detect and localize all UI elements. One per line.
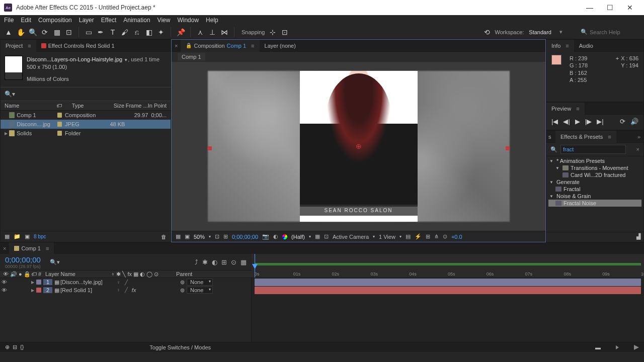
timeline-layer-row[interactable]: 👁▶2▦[Red Solid 1]♀ ╱ fx⊚None	[0, 286, 251, 294]
comp-breadcrumb[interactable]: Comp 1	[178, 53, 205, 61]
menu-effect[interactable]: Effect	[101, 17, 116, 24]
axis2-icon[interactable]: ⊥	[208, 28, 217, 37]
eraser-tool-icon[interactable]: ◧	[144, 28, 153, 37]
mute-button[interactable]: 🔊	[630, 118, 638, 125]
tab-effect-controls[interactable]: Effect Controls Red Solid 1	[36, 40, 120, 52]
loop-button[interactable]: ⟳	[620, 118, 625, 125]
col-in[interactable]: In Point	[148, 103, 167, 109]
layer-bar-2[interactable]	[255, 287, 641, 294]
reset-exp-icon[interactable]: ⊙	[443, 233, 447, 240]
bpc-button[interactable]: 8 bpc	[34, 234, 46, 239]
pen-tool-icon[interactable]: ✒	[96, 28, 105, 37]
frame-blend-icon[interactable]: ✱	[202, 258, 208, 266]
tab-timeline-comp[interactable]: Comp 1≡	[9, 242, 54, 254]
clone-tool-icon[interactable]: ⎌	[132, 28, 141, 37]
brackets-icon[interactable]: {}	[20, 344, 24, 350]
maximize-button[interactable]: ☐	[600, 0, 620, 15]
snapshot-icon[interactable]: 📷	[262, 233, 269, 240]
menu-animation[interactable]: Animation	[123, 17, 150, 24]
layer-bar-1[interactable]	[255, 279, 641, 286]
comp-timecode[interactable]: 0;00;00;00	[232, 234, 258, 240]
snapping-toggle-icon[interactable]: ⊹	[268, 28, 277, 37]
col-name[interactable]: Name	[5, 103, 56, 109]
menu-window[interactable]: Window	[177, 17, 199, 24]
resolution-icon[interactable]: ⊡	[215, 233, 219, 240]
zoom-out-icon[interactable]: ▬	[595, 344, 601, 350]
workspace-chevron-icon[interactable]: ▾	[559, 29, 562, 35]
toggle-switches-button[interactable]: Toggle Switches / Modes	[149, 344, 211, 350]
effects-tree-item[interactable]: ▼Noise & Grain	[548, 193, 641, 200]
next-frame-button[interactable]: |▶	[585, 118, 592, 125]
rectangle-tool-icon[interactable]: ▭	[84, 28, 93, 37]
view-dropdown[interactable]: 1 View	[379, 234, 395, 240]
effects-tree-item[interactable]: Fractal	[548, 186, 641, 193]
trash-icon[interactable]: 🗑	[161, 234, 167, 240]
play-button[interactable]: ▶	[575, 118, 580, 125]
effects-tree-item[interactable]: ▼Transitions - Movement	[548, 164, 641, 171]
timeline-tracks[interactable]	[252, 278, 644, 342]
clear-search-icon[interactable]: ×	[636, 146, 639, 152]
col-size[interactable]: Size	[101, 103, 124, 109]
mask-icon[interactable]: ▣	[185, 233, 190, 240]
project-row[interactable]: Disconn....jpgJPEG48 KB	[1, 120, 171, 129]
tab-effects-presets[interactable]: Effects & Presets≡	[555, 131, 616, 143]
fast-preview-icon[interactable]: ⚡	[415, 233, 422, 240]
interpret-icon[interactable]: ▦	[5, 233, 10, 240]
tab-info[interactable]: Info≡	[546, 40, 574, 52]
last-frame-button[interactable]: ▶|	[597, 118, 603, 125]
effects-tree-item[interactable]: ▼Generate	[548, 178, 641, 186]
timeline-timecode[interactable]: 0;00;00;00	[5, 255, 41, 264]
tab-project[interactable]: Project≡	[1, 40, 36, 52]
transparency-icon[interactable]: ▦	[315, 233, 320, 240]
layer-handle-left[interactable]	[208, 146, 212, 150]
first-frame-button[interactable]: |◀	[551, 118, 558, 125]
menu-help[interactable]: Help	[206, 17, 218, 24]
minimize-button[interactable]: —	[580, 0, 600, 15]
toggle-icon[interactable]: ⊟	[13, 344, 17, 350]
brainstorm-icon[interactable]: ⊙	[231, 258, 236, 266]
hand-tool-icon[interactable]: ✋	[16, 28, 25, 37]
menu-file[interactable]: File	[4, 17, 14, 24]
close-timeline-icon[interactable]: ×	[0, 245, 9, 251]
zoom-slider-start[interactable]	[616, 345, 619, 349]
grid-icon[interactable]: ▦	[176, 233, 181, 240]
effects-tree-item[interactable]: Card Wi...2D fractured	[548, 171, 641, 178]
new-bin-icon[interactable]: ▟	[636, 233, 640, 241]
menu-view[interactable]: View	[157, 17, 171, 24]
region-icon[interactable]: ⊞	[223, 233, 228, 240]
work-area-bar[interactable]	[255, 263, 641, 265]
zoom-tool-icon[interactable]: 🔍	[28, 28, 37, 37]
anchor-point-icon[interactable]: ⊕	[355, 142, 363, 150]
prev-frame-button[interactable]: ◀|	[563, 118, 570, 125]
layer-handle-right[interactable]	[506, 146, 510, 150]
tab-layer[interactable]: Layer (none)	[260, 40, 301, 52]
graph-editor-icon[interactable]: ⊞	[221, 258, 227, 266]
effects-tree-item[interactable]: Fractal Noise	[548, 200, 641, 207]
workspace-dropdown[interactable]: Standard	[529, 29, 551, 35]
rotation-tool-icon[interactable]: ⟳	[40, 28, 49, 37]
camera-dropdown[interactable]: Active Camera	[333, 234, 369, 240]
selection-tool-icon[interactable]: ▲	[4, 28, 13, 37]
axis-icon[interactable]: ⋏	[196, 28, 205, 37]
menu-edit[interactable]: Edit	[21, 17, 31, 24]
camera-tool-icon[interactable]: ▦	[52, 28, 61, 37]
sync-icon[interactable]: ⟲	[482, 28, 492, 37]
tab-composition[interactable]: 🔒 Composition Comp 1 ≡	[181, 40, 259, 52]
close-button[interactable]: ✕	[620, 0, 640, 15]
render-icon[interactable]: ▦	[240, 258, 247, 266]
color-wheel-icon[interactable]	[282, 234, 287, 239]
menu-composition[interactable]: Composition	[38, 17, 72, 24]
project-search[interactable]: 🔍▾	[1, 87, 171, 101]
timeline-layer-row[interactable]: 👁▶1▦[Discon...tyle.jpg]♀ ╱ ⊚None	[0, 278, 251, 286]
comp-icon[interactable]: ▣	[25, 233, 30, 240]
brush-tool-icon[interactable]: 🖌	[120, 28, 129, 37]
pan-behind-tool-icon[interactable]: ⊡	[64, 28, 73, 37]
lock-icon[interactable]: 🔒	[186, 43, 192, 48]
zoom-dropdown[interactable]: 50%	[194, 234, 205, 240]
col-frame[interactable]: Frame ...	[124, 103, 148, 109]
panel-menu-icon[interactable]: »	[634, 134, 643, 140]
project-row[interactable]: ▶SolidsFolder	[1, 129, 171, 138]
pixel-aspect-icon[interactable]: ▤	[406, 233, 411, 240]
exposure-value[interactable]: +0.0	[451, 234, 462, 240]
composition-viewer[interactable]: Sean Rocco Salon ⊕	[172, 62, 545, 231]
